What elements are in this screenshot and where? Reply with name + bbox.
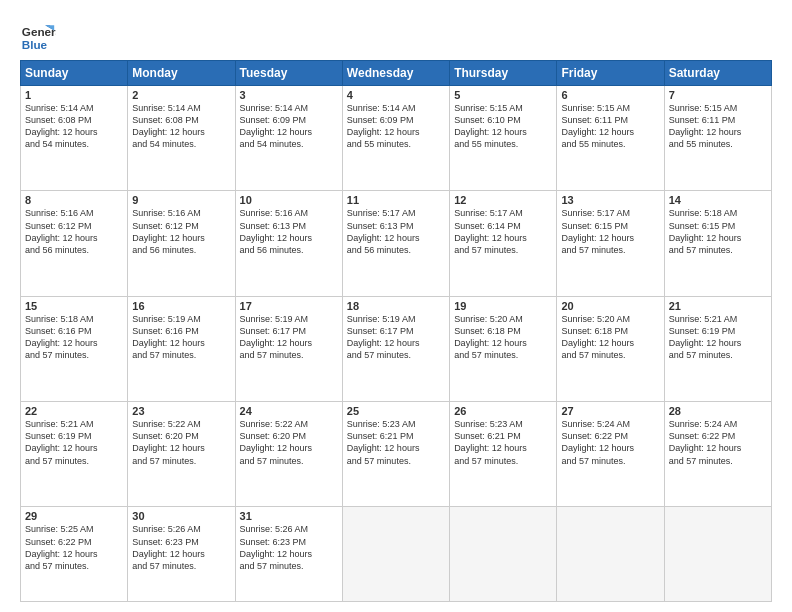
day-of-week-friday: Friday xyxy=(557,61,664,86)
day-info: Sunrise: 5:23 AM Sunset: 6:21 PM Dayligh… xyxy=(454,418,552,467)
calendar-cell xyxy=(342,507,449,602)
page: General Blue SundayMondayTuesdayWednesda… xyxy=(0,0,792,612)
day-number: 9 xyxy=(132,194,230,206)
day-number: 2 xyxy=(132,89,230,101)
day-info: Sunrise: 5:18 AM Sunset: 6:15 PM Dayligh… xyxy=(669,207,767,256)
calendar-cell: 4Sunrise: 5:14 AM Sunset: 6:09 PM Daylig… xyxy=(342,86,449,191)
calendar-cell: 31Sunrise: 5:26 AM Sunset: 6:23 PM Dayli… xyxy=(235,507,342,602)
day-info: Sunrise: 5:16 AM Sunset: 6:12 PM Dayligh… xyxy=(132,207,230,256)
svg-text:Blue: Blue xyxy=(22,38,48,51)
calendar-cell: 9Sunrise: 5:16 AM Sunset: 6:12 PM Daylig… xyxy=(128,191,235,296)
calendar-cell: 24Sunrise: 5:22 AM Sunset: 6:20 PM Dayli… xyxy=(235,402,342,507)
day-number: 16 xyxy=(132,300,230,312)
day-number: 8 xyxy=(25,194,123,206)
calendar-cell: 23Sunrise: 5:22 AM Sunset: 6:20 PM Dayli… xyxy=(128,402,235,507)
calendar-cell: 3Sunrise: 5:14 AM Sunset: 6:09 PM Daylig… xyxy=(235,86,342,191)
calendar-cell: 17Sunrise: 5:19 AM Sunset: 6:17 PM Dayli… xyxy=(235,296,342,401)
day-number: 25 xyxy=(347,405,445,417)
day-info: Sunrise: 5:18 AM Sunset: 6:16 PM Dayligh… xyxy=(25,313,123,362)
day-of-week-wednesday: Wednesday xyxy=(342,61,449,86)
day-number: 12 xyxy=(454,194,552,206)
day-number: 31 xyxy=(240,510,338,522)
calendar-cell: 12Sunrise: 5:17 AM Sunset: 6:14 PM Dayli… xyxy=(450,191,557,296)
day-number: 14 xyxy=(669,194,767,206)
calendar-cell: 1Sunrise: 5:14 AM Sunset: 6:08 PM Daylig… xyxy=(21,86,128,191)
week-row-4: 22Sunrise: 5:21 AM Sunset: 6:19 PM Dayli… xyxy=(21,402,772,507)
day-info: Sunrise: 5:16 AM Sunset: 6:12 PM Dayligh… xyxy=(25,207,123,256)
day-of-week-monday: Monday xyxy=(128,61,235,86)
calendar-cell: 27Sunrise: 5:24 AM Sunset: 6:22 PM Dayli… xyxy=(557,402,664,507)
day-number: 28 xyxy=(669,405,767,417)
calendar-body: 1Sunrise: 5:14 AM Sunset: 6:08 PM Daylig… xyxy=(21,86,772,602)
logo-icon: General Blue xyxy=(20,18,56,54)
day-number: 5 xyxy=(454,89,552,101)
day-info: Sunrise: 5:14 AM Sunset: 6:08 PM Dayligh… xyxy=(25,102,123,151)
calendar-cell xyxy=(450,507,557,602)
day-number: 4 xyxy=(347,89,445,101)
day-info: Sunrise: 5:16 AM Sunset: 6:13 PM Dayligh… xyxy=(240,207,338,256)
day-number: 26 xyxy=(454,405,552,417)
calendar-cell: 26Sunrise: 5:23 AM Sunset: 6:21 PM Dayli… xyxy=(450,402,557,507)
day-info: Sunrise: 5:17 AM Sunset: 6:13 PM Dayligh… xyxy=(347,207,445,256)
day-info: Sunrise: 5:22 AM Sunset: 6:20 PM Dayligh… xyxy=(132,418,230,467)
day-info: Sunrise: 5:20 AM Sunset: 6:18 PM Dayligh… xyxy=(561,313,659,362)
calendar-cell: 30Sunrise: 5:26 AM Sunset: 6:23 PM Dayli… xyxy=(128,507,235,602)
calendar-cell: 13Sunrise: 5:17 AM Sunset: 6:15 PM Dayli… xyxy=(557,191,664,296)
day-info: Sunrise: 5:14 AM Sunset: 6:08 PM Dayligh… xyxy=(132,102,230,151)
day-info: Sunrise: 5:15 AM Sunset: 6:10 PM Dayligh… xyxy=(454,102,552,151)
header: General Blue xyxy=(20,18,772,54)
calendar-cell: 19Sunrise: 5:20 AM Sunset: 6:18 PM Dayli… xyxy=(450,296,557,401)
day-info: Sunrise: 5:23 AM Sunset: 6:21 PM Dayligh… xyxy=(347,418,445,467)
day-info: Sunrise: 5:20 AM Sunset: 6:18 PM Dayligh… xyxy=(454,313,552,362)
day-number: 29 xyxy=(25,510,123,522)
calendar-cell xyxy=(557,507,664,602)
day-number: 24 xyxy=(240,405,338,417)
day-number: 13 xyxy=(561,194,659,206)
day-info: Sunrise: 5:19 AM Sunset: 6:17 PM Dayligh… xyxy=(347,313,445,362)
day-number: 22 xyxy=(25,405,123,417)
calendar-cell: 10Sunrise: 5:16 AM Sunset: 6:13 PM Dayli… xyxy=(235,191,342,296)
day-of-week-tuesday: Tuesday xyxy=(235,61,342,86)
day-of-week-saturday: Saturday xyxy=(664,61,771,86)
day-number: 17 xyxy=(240,300,338,312)
day-info: Sunrise: 5:22 AM Sunset: 6:20 PM Dayligh… xyxy=(240,418,338,467)
day-info: Sunrise: 5:21 AM Sunset: 6:19 PM Dayligh… xyxy=(25,418,123,467)
calendar-cell: 5Sunrise: 5:15 AM Sunset: 6:10 PM Daylig… xyxy=(450,86,557,191)
day-header-row: SundayMondayTuesdayWednesdayThursdayFrid… xyxy=(21,61,772,86)
day-info: Sunrise: 5:21 AM Sunset: 6:19 PM Dayligh… xyxy=(669,313,767,362)
day-number: 27 xyxy=(561,405,659,417)
day-number: 1 xyxy=(25,89,123,101)
day-number: 3 xyxy=(240,89,338,101)
calendar-cell: 2Sunrise: 5:14 AM Sunset: 6:08 PM Daylig… xyxy=(128,86,235,191)
calendar-cell: 25Sunrise: 5:23 AM Sunset: 6:21 PM Dayli… xyxy=(342,402,449,507)
day-number: 10 xyxy=(240,194,338,206)
day-number: 6 xyxy=(561,89,659,101)
day-number: 21 xyxy=(669,300,767,312)
week-row-1: 1Sunrise: 5:14 AM Sunset: 6:08 PM Daylig… xyxy=(21,86,772,191)
day-info: Sunrise: 5:17 AM Sunset: 6:14 PM Dayligh… xyxy=(454,207,552,256)
day-info: Sunrise: 5:14 AM Sunset: 6:09 PM Dayligh… xyxy=(347,102,445,151)
day-number: 15 xyxy=(25,300,123,312)
calendar-cell: 11Sunrise: 5:17 AM Sunset: 6:13 PM Dayli… xyxy=(342,191,449,296)
calendar-cell: 28Sunrise: 5:24 AM Sunset: 6:22 PM Dayli… xyxy=(664,402,771,507)
week-row-2: 8Sunrise: 5:16 AM Sunset: 6:12 PM Daylig… xyxy=(21,191,772,296)
calendar-cell: 16Sunrise: 5:19 AM Sunset: 6:16 PM Dayli… xyxy=(128,296,235,401)
calendar-cell: 15Sunrise: 5:18 AM Sunset: 6:16 PM Dayli… xyxy=(21,296,128,401)
day-number: 19 xyxy=(454,300,552,312)
logo: General Blue xyxy=(20,18,56,54)
day-number: 11 xyxy=(347,194,445,206)
day-number: 7 xyxy=(669,89,767,101)
calendar-cell xyxy=(664,507,771,602)
day-info: Sunrise: 5:15 AM Sunset: 6:11 PM Dayligh… xyxy=(561,102,659,151)
week-row-5: 29Sunrise: 5:25 AM Sunset: 6:22 PM Dayli… xyxy=(21,507,772,602)
day-number: 20 xyxy=(561,300,659,312)
day-info: Sunrise: 5:17 AM Sunset: 6:15 PM Dayligh… xyxy=(561,207,659,256)
calendar-cell: 6Sunrise: 5:15 AM Sunset: 6:11 PM Daylig… xyxy=(557,86,664,191)
day-info: Sunrise: 5:24 AM Sunset: 6:22 PM Dayligh… xyxy=(561,418,659,467)
week-row-3: 15Sunrise: 5:18 AM Sunset: 6:16 PM Dayli… xyxy=(21,296,772,401)
day-of-week-thursday: Thursday xyxy=(450,61,557,86)
day-info: Sunrise: 5:19 AM Sunset: 6:17 PM Dayligh… xyxy=(240,313,338,362)
day-number: 30 xyxy=(132,510,230,522)
calendar-cell: 14Sunrise: 5:18 AM Sunset: 6:15 PM Dayli… xyxy=(664,191,771,296)
day-info: Sunrise: 5:26 AM Sunset: 6:23 PM Dayligh… xyxy=(132,523,230,572)
